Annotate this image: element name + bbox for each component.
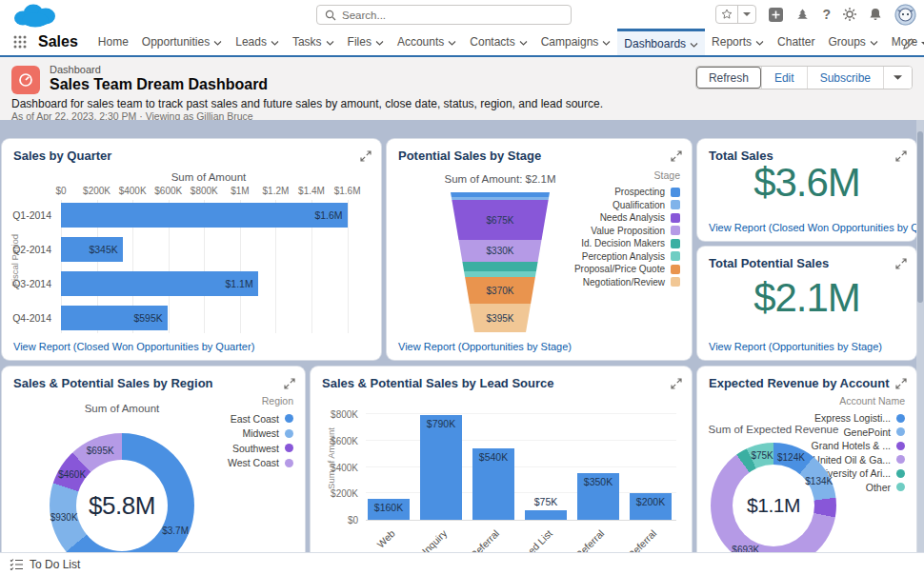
tab-home[interactable]: Home	[91, 29, 135, 55]
tab-leads[interactable]: Leads	[229, 29, 286, 55]
bar-value-label: $200K	[636, 496, 665, 507]
legend-swatch	[671, 251, 680, 261]
legend-label: West Coast	[228, 457, 279, 468]
legend-label: Southwest	[232, 443, 279, 454]
slice-value-label: $930K	[50, 511, 78, 522]
bar-row: Q1-2014$1.6M	[61, 203, 356, 228]
card-body: Sum of AmountFiscal Period$0$200K$400K$6…	[2, 139, 381, 360]
tab-contacts[interactable]: Contacts	[463, 29, 533, 55]
chevron-down-icon	[602, 35, 611, 49]
x-axis-tick: $600K	[154, 186, 182, 196]
bar-Web: $160K	[368, 499, 410, 520]
tab-opportunities[interactable]: Opportunities	[135, 29, 229, 55]
edit-button[interactable]: Edit	[761, 67, 807, 89]
tab-label: Dashboards	[624, 37, 686, 50]
bar-row: Q4-2014$595K	[61, 306, 356, 330]
legend-title: Region	[228, 395, 293, 406]
view-report-link[interactable]: View Report (Closed Won Opportunities by…	[13, 341, 254, 352]
x-axis-title: Sum of Amount	[171, 171, 247, 183]
tab-chatter[interactable]: Chatter	[771, 29, 821, 55]
funnel-segment: $395K	[451, 304, 550, 332]
legend-label: GenePoint	[843, 426, 891, 438]
favorites-dropdown-icon[interactable]	[738, 6, 755, 23]
favorites-star-icon[interactable]	[716, 6, 737, 23]
tab-files[interactable]: Files	[341, 29, 391, 55]
help-icon[interactable]: ?	[822, 7, 831, 22]
y-axis-tick: $0	[348, 515, 358, 525]
metric-value: $3.6M	[697, 160, 916, 206]
chevron-down-icon	[448, 35, 456, 49]
chevron-down-icon	[690, 37, 698, 50]
card-body: Sum of Amount$0$200K$400K$600K$800K$160K…	[311, 367, 692, 575]
edit-navigation-pencil-icon[interactable]	[903, 36, 914, 53]
tab-label: Accounts	[397, 35, 444, 49]
tab-accounts[interactable]: Accounts	[391, 29, 463, 55]
notifications-bell-icon[interactable]	[869, 8, 882, 21]
chart-legend: RegionEast CoastMidwestSouthwestWest Coa…	[228, 395, 293, 470]
bar-Purchased List: $75K	[525, 510, 567, 520]
todo-list-icon	[10, 559, 23, 570]
chevron-down-icon	[375, 35, 384, 49]
tab-label: Opportunities	[142, 35, 210, 49]
vertical-scrollbar[interactable]	[916, 120, 924, 575]
slice-value-label: $460K	[58, 468, 86, 479]
refresh-button[interactable]: Refresh	[696, 67, 761, 89]
view-report-link[interactable]: View Report (Closed Won Opportunities by…	[709, 222, 916, 233]
legend-label: Qualification	[613, 200, 665, 210]
entity-type-label: Dashboard	[50, 64, 101, 75]
card-body: Sum of Amount: $2.1M$675K$330K$370K$395K…	[387, 139, 692, 360]
legend-swatch	[896, 483, 905, 491]
setup-gear-icon[interactable]	[843, 8, 856, 21]
more-actions-button[interactable]	[883, 67, 912, 89]
bar-column: $540KPartner Referral	[472, 410, 514, 520]
search-input[interactable]	[342, 10, 563, 21]
app-navigation: Sales HomeOpportunitiesLeadsTasksFilesAc…	[0, 29, 924, 57]
legend-item: Prospecting	[574, 186, 680, 199]
app-launcher-icon[interactable]	[0, 29, 32, 55]
card-sales_by_region: Sales & Potential Sales by RegionSum of …	[2, 367, 305, 575]
nav-tabs: HomeOpportunitiesLeadsTasksFilesAccounts…	[91, 29, 924, 55]
global-header: ?	[0, 0, 924, 29]
chevron-down-icon	[326, 35, 334, 49]
bar-column: $75KPurchased List	[525, 410, 567, 520]
y-axis-tick: $400K	[331, 462, 358, 472]
user-avatar[interactable]	[894, 4, 916, 26]
tab-campaigns[interactable]: Campaigns	[534, 29, 618, 55]
bar-Q2-2014: $345K	[61, 237, 123, 262]
legend-swatch	[896, 442, 905, 450]
legend-swatch	[671, 213, 680, 223]
tab-dashboards[interactable]: Dashboards	[617, 29, 705, 55]
bar-Partner Referral: $540K	[472, 448, 514, 520]
plot-area: $0$200K$400K$600K$800K$160KWeb$790KPhone…	[366, 410, 676, 521]
view-report-link[interactable]: View Report (Opportunities by Stage)	[398, 341, 572, 352]
y-axis-tick: $800K	[331, 409, 358, 420]
legend-item: West Coast	[228, 456, 293, 471]
legend-item: Midwest	[228, 426, 293, 442]
segment-value-label: $370K	[487, 286, 514, 296]
quick-create-icon[interactable]	[769, 8, 783, 22]
global-search[interactable]	[316, 5, 572, 25]
slice-value-label: $695K	[87, 446, 114, 456]
dashboard-icon	[11, 66, 40, 94]
bar-value-label: $1.6M	[314, 209, 342, 221]
tab-tasks[interactable]: Tasks	[286, 29, 341, 55]
legend-label: Other	[866, 482, 891, 493]
utility-footer: To Do List	[0, 552, 924, 575]
bar-Phone Inquiry: $790K	[420, 415, 462, 520]
subscribe-button[interactable]: Subscribe	[807, 67, 883, 89]
trailhead-icon[interactable]	[795, 8, 810, 21]
tab-groups[interactable]: Groups	[821, 29, 884, 55]
tab-reports[interactable]: Reports	[705, 29, 771, 55]
y-axis-tick: $200K	[331, 488, 358, 499]
legend-label: Midwest	[242, 427, 279, 439]
scrollbar-thumb[interactable]	[917, 131, 923, 303]
chevron-down-icon	[519, 35, 528, 49]
bar-Q4-2014: $595K	[61, 306, 168, 330]
plot-area: $0$200K$400K$600K$800K$1M$1.2M$1.4M$1.6M…	[61, 200, 356, 333]
favorites-group	[715, 5, 756, 24]
x-axis-tick: $0	[55, 186, 66, 196]
bar-column: $790KPhone Inquiry	[420, 410, 462, 520]
todo-list-button[interactable]: To Do List	[30, 558, 80, 571]
view-report-link[interactable]: View Report (Opportunities by Stage)	[709, 341, 882, 352]
bar-value-label: $790K	[427, 418, 455, 429]
